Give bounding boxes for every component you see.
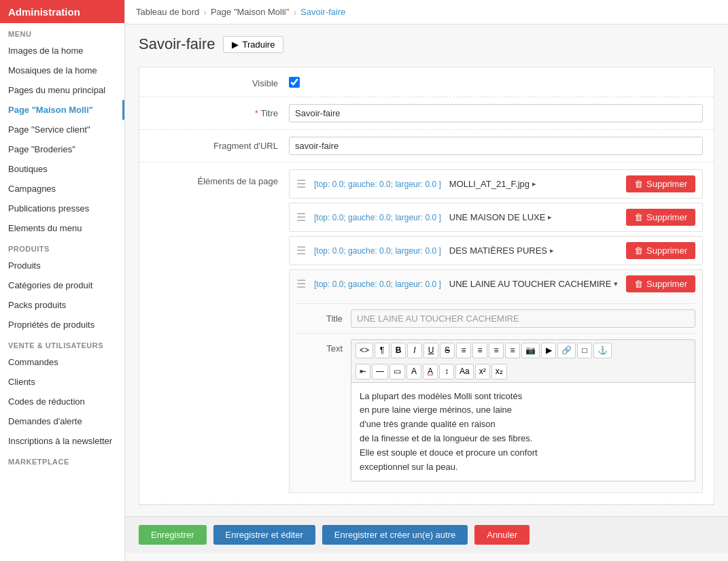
rte-btn-italic[interactable]: I [407, 343, 422, 358]
rte-btn-table[interactable]: □ [577, 343, 592, 358]
rte-btn-strikethrough[interactable]: S [440, 343, 455, 358]
element-coords-3: [top: 0.0; gauche: 0.0; largeur: 0.0 ] [314, 246, 441, 256]
form-row-elements: Éléments de la page ☰ [top: 0.0; gauche:… [139, 163, 714, 505]
sidebar-item-codes-reduction[interactable]: Codes de réduction [0, 392, 124, 411]
form-row-visible: Visible [139, 67, 714, 97]
sidebar-item-maison-molli[interactable]: Page "Maison Molli" [0, 100, 124, 120]
sidebar-item-newsletter[interactable]: Inscriptions à la newsletter [0, 431, 124, 451]
element-caret-4[interactable]: ▾ [614, 279, 618, 288]
page-title-row: Savoir-faire ▶ Traduire [139, 35, 714, 53]
element-row-2: ☰ [top: 0.0; gauche: 0.0; largeur: 0.0 ]… [289, 203, 703, 232]
sidebar-item-demandes[interactable]: Demandes d'alerte [0, 411, 124, 431]
translate-button[interactable]: ▶ Traduire [223, 36, 283, 53]
trash-icon-4: 🗑 [634, 279, 643, 289]
rte-content[interactable]: La plupart des modèles Molli sont tricot… [351, 382, 695, 482]
save-button[interactable]: Enregistrer [139, 525, 207, 545]
breadcrumb-savoir-faire[interactable]: Savoir-faire [300, 7, 345, 17]
sidebar-section-produits: PRODUITS [0, 238, 124, 256]
rte-btn-bold[interactable]: B [391, 343, 406, 358]
rte-btn-code[interactable]: <> [356, 343, 373, 358]
page-title: Savoir-faire [139, 35, 215, 53]
sidebar-item-publications[interactable]: Publications presses [0, 199, 124, 218]
element-row-1: ☰ [top: 0.0; gauche: 0.0; largeur: 0.0 ]… [289, 169, 703, 199]
element-coords-2: [top: 0.0; gauche: 0.0; largeur: 0.0 ] [314, 213, 441, 222]
sidebar-item-proprietes[interactable]: Propriétés de produits [0, 315, 124, 335]
sidebar-section-marketplace: MARKETPLACE [0, 451, 124, 469]
element-caret-2[interactable]: ▸ [548, 213, 552, 222]
element-caret-1[interactable]: ▸ [532, 180, 536, 188]
sidebar-item-commandes[interactable]: Commandes [0, 352, 124, 372]
url-input[interactable] [289, 137, 703, 155]
rte-btn-underline[interactable]: U [423, 343, 438, 358]
sidebar-item-packs[interactable]: Packs produits [0, 295, 124, 315]
visible-label: Visible [139, 74, 289, 88]
rte-btn-align-left[interactable]: ⇤ [356, 364, 370, 379]
element-delete-btn-2[interactable]: 🗑 Supprimer [626, 209, 695, 226]
rte-btn-list-ul[interactable]: ≡ [456, 343, 471, 358]
sidebar-item-elements-menu[interactable]: Elements du menu [0, 218, 124, 238]
sidebar-item-clients[interactable]: Clients [0, 372, 124, 392]
titre-input[interactable] [289, 104, 703, 122]
rte-btn-bg-color[interactable]: A [423, 364, 438, 379]
rte-btn-font-size[interactable]: Aa [455, 364, 474, 379]
trash-icon-2: 🗑 [634, 212, 643, 222]
drag-handle-icon-1[interactable]: ☰ [296, 177, 306, 190]
rte-btn-video[interactable]: ▶ [541, 343, 556, 358]
rte-btn-font-color[interactable]: A [406, 364, 421, 379]
sidebar-item-mosaiques[interactable]: Mosaiques de la home [0, 61, 124, 80]
element-row-4: ☰ [top: 0.0; gauche: 0.0; largeur: 0.0 ]… [289, 269, 703, 493]
sidebar-item-categories[interactable]: Catégories de produit [0, 275, 124, 295]
rte-wrap: <> ¶ B I U S ≡ ≡ ≡ ≡ [351, 339, 695, 481]
titre-control [289, 104, 714, 122]
globe-icon: ▶ [232, 39, 239, 50]
element-coords-1: [top: 0.0; gauche: 0.0; largeur: 0.0 ] [314, 180, 441, 189]
rte-btn-subscript[interactable]: x₂ [491, 364, 507, 379]
rte-btn-hr[interactable]: — [372, 364, 388, 379]
sidebar-item-pages-menu[interactable]: Pages du menu principal [0, 80, 124, 100]
element-delete-btn-3[interactable]: 🗑 Supprimer [626, 242, 695, 259]
element-caret-3[interactable]: ▸ [550, 246, 554, 255]
drag-handle-icon-4[interactable]: ☰ [296, 277, 306, 290]
trash-icon-1: 🗑 [634, 179, 643, 189]
elements-label: Éléments de la page [139, 169, 289, 186]
sidebar-section-vente: VENTE & UTILISATEURS [0, 335, 124, 352]
rte-btn-anchor[interactable]: ⚓ [593, 343, 612, 358]
rte-btn-line-height[interactable]: ↕ [439, 364, 454, 379]
rte-btn-block[interactable]: ▭ [389, 364, 405, 379]
rte-btn-image[interactable]: 📷 [521, 343, 540, 358]
rte-btn-outdent[interactable]: ≡ [505, 343, 520, 358]
breadcrumb-tableau-de-bord[interactable]: Tableau de bord [136, 7, 199, 17]
drag-handle-icon-2[interactable]: ☰ [296, 211, 306, 224]
sub-field-title-input[interactable] [351, 309, 695, 328]
drag-handle-icon-3[interactable]: ☰ [296, 244, 306, 257]
rte-btn-superscript[interactable]: x² [475, 364, 490, 379]
sub-field-title-label: Title [296, 313, 351, 324]
rte-btn-indent[interactable]: ≡ [489, 343, 504, 358]
save-create-button[interactable]: Enregistrer et créer un(e) autre [322, 525, 468, 545]
sidebar-item-broderies[interactable]: Page "Broderies" [0, 139, 124, 159]
sidebar-header: Administration [0, 0, 124, 23]
breadcrumb-separator-1: › [203, 7, 207, 18]
visible-checkbox[interactable] [289, 77, 300, 88]
cancel-button[interactable]: Annuler [474, 525, 530, 545]
save-edit-button[interactable]: Enregistrer et éditer [213, 525, 315, 545]
sidebar-item-campagnes[interactable]: Campagnes [0, 179, 124, 199]
sub-field-text-label: Text [296, 339, 351, 354]
main-content: Tableau de bord › Page "Maison Molli" › … [125, 0, 728, 561]
element-coords-4: [top: 0.0; gauche: 0.0; largeur: 0.0 ] [314, 279, 441, 289]
element-name-1: MOLLI_AT_21_F.jpg ▸ [449, 179, 621, 189]
rte-btn-paragraph[interactable]: ¶ [375, 343, 389, 358]
sidebar: Administration MENU Images de la home Mo… [0, 0, 125, 561]
rte-btn-link[interactable]: 🔗 [557, 343, 576, 358]
rte-btn-list-ol[interactable]: ≡ [472, 343, 487, 358]
sidebar-item-images-home[interactable]: Images de la home [0, 41, 124, 61]
sidebar-item-service-client[interactable]: Page "Service client" [0, 120, 124, 139]
form-section: Visible * Titre Fragment d'URL [139, 67, 714, 505]
sidebar-item-produits[interactable]: Produits [0, 256, 124, 275]
element-delete-btn-1[interactable]: 🗑 Supprimer [626, 175, 695, 192]
breadcrumb-maison-molli[interactable]: Page "Maison Molli" [211, 7, 289, 17]
sidebar-item-boutiques[interactable]: Boutiques [0, 159, 124, 179]
element-delete-btn-4[interactable]: 🗑 Supprimer [626, 275, 695, 292]
url-control [289, 137, 714, 155]
url-label: Fragment d'URL [139, 137, 289, 151]
